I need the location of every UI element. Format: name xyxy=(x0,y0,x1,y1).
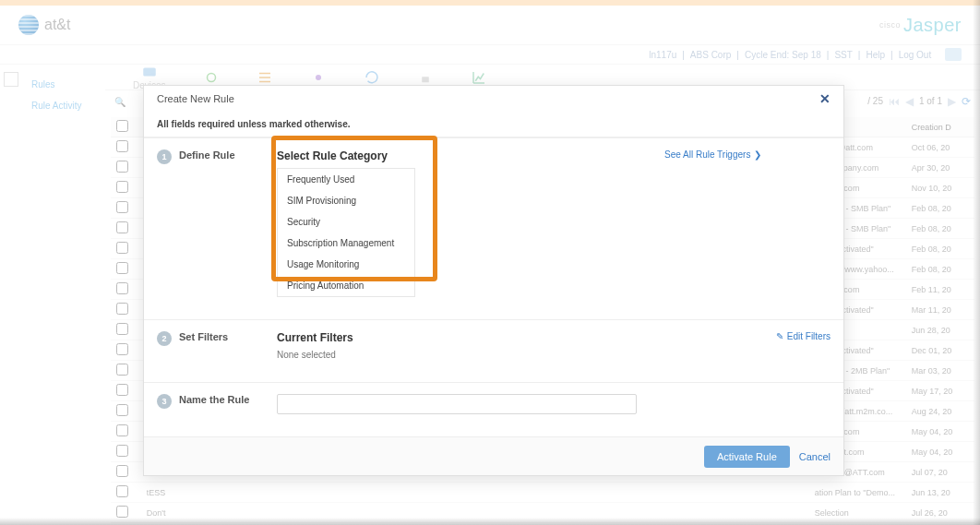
category-option[interactable]: Usage Monitoring xyxy=(278,254,414,275)
category-option[interactable]: Subscription Management xyxy=(278,233,414,254)
step-2-badge: 2 xyxy=(157,331,172,346)
step-1-badge: 1 xyxy=(157,149,172,164)
rule-category-list: Frequently UsedSIM ProvisioningSecurityS… xyxy=(277,168,415,297)
chevron-right-icon: ❯ xyxy=(754,149,761,160)
step-3-badge: 3 xyxy=(157,394,172,409)
rule-name-input[interactable] xyxy=(277,394,637,414)
close-icon[interactable]: ✕ xyxy=(819,91,831,106)
modal-title: Create New Rule xyxy=(157,93,234,104)
cancel-button[interactable]: Cancel xyxy=(799,451,831,462)
filters-none: None selected xyxy=(277,350,664,360)
category-option[interactable]: Frequently Used xyxy=(278,169,414,190)
category-option[interactable]: Pricing Automation xyxy=(278,275,414,296)
rule-category-title: Select Rule Category xyxy=(277,149,664,162)
create-rule-modal: Create New Rule ✕ All fields required un… xyxy=(143,85,844,476)
category-option[interactable]: SIM Provisioning xyxy=(278,190,414,211)
see-all-triggers-link[interactable]: See All Rule Triggers ❯ xyxy=(664,149,761,160)
required-note: All fields required unless marked otherw… xyxy=(144,112,843,137)
current-filters-title: Current Filters xyxy=(277,331,664,344)
edit-filters-link[interactable]: ✎ Edit Filters xyxy=(776,331,831,341)
category-option[interactable]: Security xyxy=(278,211,414,233)
activate-rule-button[interactable]: Activate Rule xyxy=(704,446,790,468)
pencil-icon: ✎ xyxy=(776,331,783,341)
